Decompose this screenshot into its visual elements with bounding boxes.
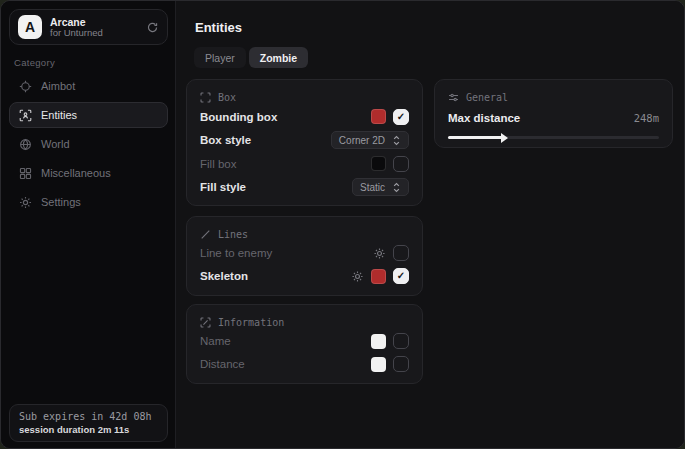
app-subtitle: for Unturned [50, 28, 138, 39]
fill-style-dropdown[interactable]: Static [352, 178, 409, 196]
sidebar-item-label: Aimbot [41, 80, 75, 92]
box-style-dropdown[interactable]: Corner 2D [331, 131, 409, 149]
color-swatch[interactable] [371, 357, 386, 372]
sidebar-item-label: Entities [41, 109, 77, 121]
slider-value: 248m [634, 112, 659, 124]
scan-info-icon [200, 317, 211, 328]
section-general-header: General [448, 90, 659, 104]
slider-fill [448, 136, 503, 139]
max-distance-slider[interactable] [448, 133, 659, 142]
chevrons-up-down-icon [392, 182, 401, 193]
checkbox[interactable] [393, 268, 409, 284]
section-box-header: Box [200, 90, 409, 104]
setting-row-fill-box: Fill box [200, 153, 409, 175]
chevrons-up-down-icon [392, 135, 401, 146]
checkbox[interactable] [393, 333, 409, 349]
checkbox[interactable] [393, 109, 409, 125]
corner-brackets-icon [200, 92, 211, 103]
gear-icon[interactable] [351, 270, 364, 283]
section-information: Information Name Distance [186, 304, 423, 384]
setting-label: Skeleton [200, 270, 248, 282]
color-swatch[interactable] [371, 156, 386, 171]
app-header: A Arcane for Unturned [9, 9, 168, 45]
setting-label: Bounding box [200, 111, 277, 123]
tab-bar: Player Zombie [194, 47, 308, 68]
section-lines: Lines Line to enemy Skeleton [186, 216, 423, 296]
slider-label: Max distance [448, 112, 520, 124]
section-title: Box [218, 92, 236, 103]
setting-row-skeleton: Skeleton [200, 265, 409, 287]
checkbox[interactable] [393, 245, 409, 261]
app-meta: Arcane for Unturned [50, 16, 138, 39]
subscription-panel: Sub expires in 42d 08h session duration … [9, 404, 168, 442]
setting-row-bounding-box: Bounding box [200, 106, 409, 128]
setting-row-box-style: Box style Corner 2D [200, 129, 409, 151]
section-general: General Max distance 248m [434, 79, 673, 148]
setting-row-line-to-enemy: Line to enemy [200, 242, 409, 264]
tab-player[interactable]: Player [194, 47, 246, 68]
globe-icon [19, 138, 32, 151]
crosshair-icon [19, 80, 32, 93]
main-content: Entities Player Zombie Box Bounding box [177, 1, 684, 448]
color-swatch[interactable] [371, 269, 386, 284]
sliders-icon [448, 92, 459, 103]
gear-icon [19, 196, 32, 209]
setting-row-distance: Distance [200, 353, 409, 375]
setting-label: Name [200, 335, 231, 347]
section-box: Box Bounding box Box style Corner 2D [186, 79, 423, 206]
section-title: General [466, 92, 508, 103]
setting-label: Box style [200, 134, 251, 146]
color-swatch[interactable] [371, 109, 386, 124]
dropdown-value: Corner 2D [339, 135, 385, 146]
section-information-header: Information [200, 315, 409, 329]
color-swatch[interactable] [371, 334, 386, 349]
page-title: Entities [195, 20, 242, 35]
sidebar-item-label: Settings [41, 196, 81, 208]
checkbox[interactable] [393, 156, 409, 172]
section-title: Lines [218, 229, 248, 240]
setting-label: Fill style [200, 181, 246, 193]
sub-expiry-text: Sub expires in 42d 08h [19, 411, 158, 422]
tab-zombie[interactable]: Zombie [249, 47, 308, 68]
app-logo: A [18, 15, 42, 39]
sidebar-item-miscellaneous[interactable]: Miscellaneous [9, 160, 168, 186]
setting-row-name: Name [200, 330, 409, 352]
checkbox[interactable] [393, 356, 409, 372]
category-label: Category [14, 57, 55, 68]
setting-row-fill-style: Fill style Static [200, 176, 409, 198]
gear-icon[interactable] [373, 247, 386, 260]
sidebar: A Arcane for Unturned Category Aimbot [1, 1, 176, 448]
sidebar-item-aimbot[interactable]: Aimbot [9, 73, 168, 99]
setting-label: Distance [200, 358, 245, 370]
app-window: A Arcane for Unturned Category Aimbot [0, 0, 685, 449]
sidebar-nav: Aimbot Entities World [9, 73, 168, 218]
sidebar-item-label: World [41, 138, 70, 150]
session-duration-text: session duration 2m 11s [19, 424, 158, 435]
sidebar-item-world[interactable]: World [9, 131, 168, 157]
sidebar-item-entities[interactable]: Entities [9, 102, 168, 128]
refresh-icon[interactable] [146, 21, 159, 34]
setting-label: Line to enemy [200, 247, 272, 259]
setting-label: Fill box [200, 158, 236, 170]
sidebar-item-label: Miscellaneous [41, 167, 111, 179]
sidebar-item-settings[interactable]: Settings [9, 189, 168, 215]
dropdown-value: Static [360, 182, 385, 193]
section-title: Information [218, 317, 284, 328]
slider-thumb[interactable] [501, 133, 508, 143]
app-name: Arcane [50, 16, 138, 28]
max-distance-row: Max distance 248m [448, 112, 659, 124]
section-lines-header: Lines [200, 227, 409, 241]
grid-icon [19, 167, 32, 180]
diagonal-line-icon [200, 229, 211, 240]
entities-icon [19, 109, 32, 122]
